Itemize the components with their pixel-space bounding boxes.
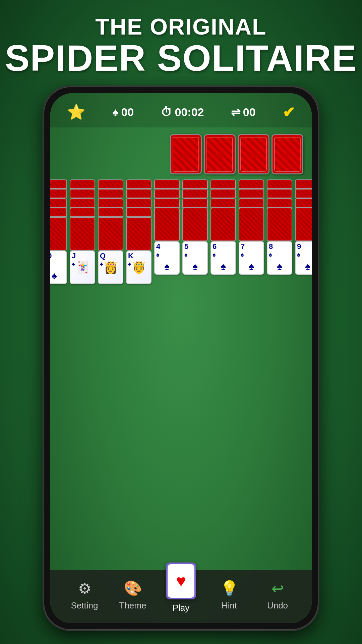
card-5-spade[interactable]: 5 ♠ ♠ [182,241,208,275]
phone-frame: ⭐ ♠ 00 ⏱ 00:02 ⇌ 00 ✔ [44,87,318,630]
stock-card-1[interactable] [170,134,202,174]
col-4-stack: 4 ♠ ♠ [154,179,180,275]
heart-icon: ♥ [176,571,186,591]
setting-label: Setting [71,600,98,611]
col-7-backs [239,179,264,241]
card-6-spade[interactable]: 6 ♠ ♠ [210,241,236,275]
col-3-backs [126,179,152,251]
card-K-spade[interactable]: K ♠ 🤴 [126,251,152,284]
check-button[interactable]: ✔ [283,104,295,121]
undo-icon: ↩ [267,578,288,598]
moves-value: 00 [243,106,256,119]
moves-icon: ⇌ [231,105,240,119]
bottom-nav: ⚙ Setting 🎨 Theme ♥ Play 💡 Hint ↩ Undo [50,570,312,623]
col-1-backs [70,179,95,251]
card-Q-spade[interactable]: Q ♠ 👸 [98,251,123,284]
card-4-spade[interactable]: 4 ♠ ♠ [154,241,180,275]
col-1-stack: J ♠ 🃏 [70,179,95,284]
nav-setting[interactable]: ⚙ Setting [68,578,101,611]
phone-screen: ⭐ ♠ 00 ⏱ 00:02 ⇌ 00 ✔ [50,93,312,623]
game-area: 10 ♠ ♠ [50,127,312,570]
star-icon: ⭐ [67,103,85,121]
column-8: 8 ♠ ♠ [267,179,292,284]
col-2-stack: Q ♠ 👸 [98,179,123,284]
spade-icon: ♠ [112,106,118,119]
column-1: J ♠ 🃏 [70,179,95,284]
col-9-backs [295,179,312,241]
col-0-backs [50,179,67,251]
card-J-spade[interactable]: J ♠ 🃏 [70,251,95,284]
stock-card-2[interactable] [204,134,236,174]
play-card-icon: ♥ [166,562,196,599]
column-7: 7 ♠ ♠ [239,179,264,284]
hint-label: Hint [222,600,237,611]
main-title: SPIDER SOLITAIRE [5,40,357,76]
col-9-stack: 9 ♠ ♠ [295,179,312,275]
col-6-stack: 6 ♠ ♠ [210,179,236,275]
column-9: 9 ♠ ♠ [295,179,312,284]
stock-card-3[interactable] [238,134,269,174]
column-6: 6 ♠ ♠ [210,179,236,284]
nav-hint[interactable]: 💡 Hint [213,578,246,611]
timer-value: 00:02 [175,106,204,119]
column-3: K ♠ 🤴 [126,179,152,284]
col-5-backs [182,179,208,241]
top-bar: ⭐ ♠ 00 ⏱ 00:02 ⇌ 00 ✔ [50,93,312,127]
card-10-spade[interactable]: 10 ♠ ♠ [50,251,67,284]
star-button[interactable]: ⭐ [67,103,85,121]
stock-pile[interactable] [59,134,303,174]
col-0-stack: 10 ♠ ♠ [50,179,67,284]
score-display: ♠ 00 [112,106,134,119]
nav-theme[interactable]: 🎨 Theme [116,578,149,611]
nav-play[interactable]: ♥ Play [164,562,198,613]
column-0: 10 ♠ ♠ [50,179,67,284]
col-8-backs [267,179,292,241]
theme-label: Theme [119,600,146,611]
clock-icon: ⏱ [161,106,172,119]
column-5: 5 ♠ ♠ [182,179,208,284]
column-2: Q ♠ 👸 [98,179,123,284]
col-8-stack: 8 ♠ ♠ [267,179,292,275]
col-2-backs [98,179,123,251]
card-8-spade[interactable]: 8 ♠ ♠ [267,241,292,275]
card-9-spade[interactable]: 9 ♠ ♠ [295,241,312,275]
undo-label: Undo [267,600,288,611]
col-3-stack: K ♠ 🤴 [126,179,152,284]
play-label: Play [173,603,190,613]
subtitle: THE ORIGINAL [5,13,357,40]
col-7-stack: 7 ♠ ♠ [239,179,264,275]
column-4: 4 ♠ ♠ [154,179,180,284]
theme-icon: 🎨 [123,578,143,598]
col-4-backs [154,179,180,241]
tableau: 10 ♠ ♠ [59,179,303,284]
card-7-spade[interactable]: 7 ♠ ♠ [239,241,264,275]
stock-card-4[interactable] [272,134,303,174]
col-5-stack: 5 ♠ ♠ [182,179,208,275]
page-title: THE ORIGINAL SPIDER SOLITAIRE [5,13,357,76]
nav-undo[interactable]: ↩ Undo [261,578,294,611]
timer-display: ⏱ 00:02 [161,106,204,119]
hint-icon: 💡 [219,578,239,598]
score-value: 00 [121,106,134,119]
col-6-backs [210,179,236,241]
check-icon: ✔ [283,104,295,121]
moves-display: ⇌ 00 [231,105,256,119]
setting-icon: ⚙ [74,578,95,598]
